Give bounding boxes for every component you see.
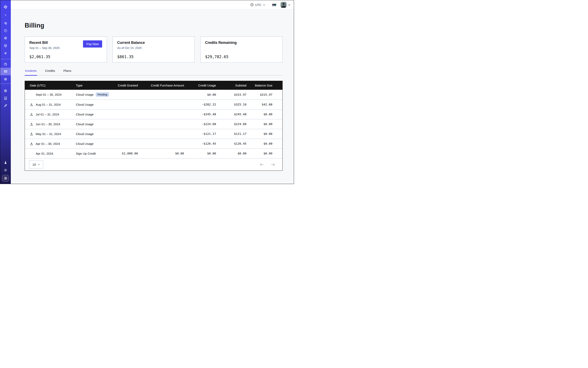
balance-due-value: $42.88 [246, 100, 282, 109]
credit-purchase-value [138, 119, 184, 129]
col-credit-granted: Credit Granted [115, 81, 138, 90]
col-credit-purchase-amount: Credit Purchase Amount [138, 81, 184, 90]
col-balance-due: Balance Due [246, 81, 282, 90]
credit-usage-value: -$121.17 [184, 129, 216, 139]
main-content: Billing Recent Bill Sep 01 – Sep 30, 202… [11, 9, 294, 184]
prev-page-button[interactable] [260, 163, 264, 166]
credit-usage-value: -$245.48 [184, 109, 216, 119]
card-title: Current Balance [117, 41, 190, 45]
usage-gauge-icon[interactable] [0, 60, 11, 68]
tab-invoices[interactable]: Invoices [25, 69, 37, 75]
expand-chevron-icon[interactable] [0, 11, 11, 19]
summary-cards: Recent Bill Sep 01 – Sep 30, 2025 $2,061… [25, 37, 283, 63]
labs-flask-icon[interactable] [0, 159, 11, 166]
table-header-row: Date (UTC) Type Credit Granted Credit Pu… [25, 81, 282, 90]
avatar [280, 2, 286, 8]
page-size-select[interactable]: 10 [29, 160, 43, 169]
subtotal-value: $325.10 [216, 100, 246, 109]
credit-purchase-value: $0.00 [138, 148, 184, 158]
invoice-type: Cloud Usage [76, 113, 94, 116]
card-subtitle: As of Oct 15, 2025 [117, 46, 190, 50]
subtotal-value: $126.45 [216, 139, 246, 148]
balance-due-value: $0.00 [246, 139, 282, 148]
invoices-table: Date (UTC) Type Credit Granted Credit Pu… [25, 81, 283, 171]
next-page-button[interactable] [271, 163, 275, 166]
tab-credits[interactable]: Credits [45, 69, 55, 75]
chevron-down-icon [288, 4, 290, 6]
balance-due-value: $0.00 [246, 109, 282, 119]
credit-usage-value: $0.00 [184, 148, 216, 158]
rewards-dollar-badge-icon[interactable] [2, 175, 9, 182]
card-amount: $861.35 [117, 55, 190, 59]
invoice-type: Cloud Usage [76, 122, 94, 126]
invoice-date: May 01 – 31, 2024 [36, 132, 61, 136]
card-subtitle [205, 46, 278, 50]
credit-granted-value [115, 90, 138, 100]
pay-now-button[interactable]: Pay Now [83, 40, 102, 47]
col-credit-usage: Credit Usage [184, 81, 216, 90]
table-row: Jun 01 – 30, 2024 Cloud Usage -$224.68 $… [25, 119, 282, 129]
download-invoice-icon[interactable] [30, 132, 33, 136]
table-row: Jul 01 – 31, 2024 Cloud Usage -$245.48 $… [25, 109, 282, 119]
credit-usage-value: -$224.68 [184, 119, 216, 129]
col-subtotal: Subtotal [216, 81, 246, 90]
settings-gear-icon[interactable] [0, 75, 11, 83]
getting-started-rocket-icon[interactable] [0, 102, 11, 109]
invoice-type: Cloud Usage [76, 132, 94, 136]
app-window: UTC Billing Recent Bill Sep 01 – Sep 30,… [0, 0, 294, 184]
cube-icon[interactable] [0, 42, 11, 49]
download-invoice-icon[interactable] [30, 103, 33, 106]
credit-granted-value [115, 129, 138, 139]
credit-usage-value: -$126.45 [184, 139, 216, 148]
credit-purchase-value [138, 139, 184, 148]
support-lifebuoy-icon[interactable] [0, 87, 11, 94]
3d-glasses-icon[interactable] [272, 3, 277, 7]
history-timer-icon[interactable] [0, 27, 11, 35]
download-invoice-icon[interactable] [30, 142, 33, 146]
download-invoice-icon[interactable] [30, 113, 33, 116]
chevron-down-icon [38, 163, 40, 166]
invoice-date: Jul 01 – 31, 2024 [36, 113, 59, 116]
card-title: Credits Remaining [205, 41, 278, 45]
credit-granted-value [115, 119, 138, 129]
credit-granted-value [115, 100, 138, 109]
invoice-type: Cloud Usage [76, 142, 94, 146]
invoice-date: Jun 01 – 30, 2024 [36, 122, 60, 126]
credit-usage-value: -$282.22 [184, 100, 216, 109]
billing-card-icon[interactable] [0, 68, 11, 75]
credits-remaining-card: Credits Remaining $29,782.65 [200, 37, 283, 63]
table-row: Sept 01 – 30, 2024 Cloud Usage Pending $… [25, 90, 282, 100]
topbar: UTC [11, 0, 294, 9]
timezone-picker[interactable]: UTC [250, 3, 265, 7]
asterisk-icon[interactable] [0, 49, 11, 57]
clock-icon [250, 3, 254, 7]
invoice-type: Cloud Usage [76, 103, 94, 106]
balance-due-value: $315.97 [246, 90, 282, 100]
docs-book-icon[interactable] [0, 94, 11, 102]
layers-icon[interactable] [0, 34, 11, 42]
page-size-value: 10 [32, 163, 36, 166]
table-footer: 10 [25, 158, 282, 171]
recent-bill-card: Recent Bill Sep 01 – Sep 30, 2025 $2,061… [25, 37, 107, 63]
invoice-type: Sign Up Credit [76, 152, 96, 155]
subtotal-value: $121.17 [216, 129, 246, 139]
download-invoice-icon[interactable] [30, 122, 33, 126]
account-menu[interactable] [280, 2, 290, 8]
credit-purchase-value [138, 90, 184, 100]
balance-due-value: $0.00 [246, 148, 282, 158]
col-date: Date (UTC) [25, 81, 76, 90]
chevron-down-icon [263, 4, 265, 6]
card-amount: $2,061.35 [29, 55, 102, 59]
subtotal-value: $315.97 [216, 90, 246, 100]
logo-orbit-icon[interactable] [0, 3, 11, 11]
subtotal-value: $0.00 [216, 148, 246, 158]
theme-sun-icon[interactable] [0, 166, 11, 174]
status-badge: Pending [96, 92, 109, 97]
observe-eye-icon[interactable] [0, 19, 11, 27]
tab-plans[interactable]: Plans [63, 69, 72, 75]
current-balance-card: Current Balance As of Oct 15, 2025 $861.… [113, 37, 195, 63]
card-amount: $29,782.65 [205, 55, 278, 59]
subtotal-value: $224.68 [216, 119, 246, 129]
credit-granted-value: $1,000.00 [115, 148, 138, 158]
invoice-date: Apr 01, 2024 [36, 152, 53, 155]
